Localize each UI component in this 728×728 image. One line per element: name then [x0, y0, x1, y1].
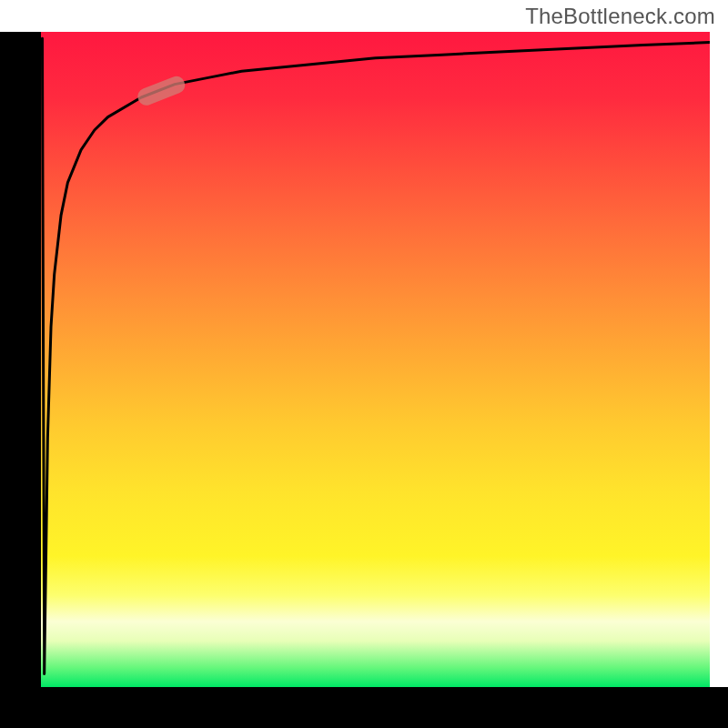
- chart-container: TheBottleneck.com: [0, 0, 728, 728]
- watermark-label: TheBottleneck.com: [525, 4, 715, 29]
- curve-overlay: [41, 32, 710, 687]
- bottleneck-curve-icon: [42, 38, 710, 673]
- svg-rect-0: [136, 74, 187, 107]
- x-axis-bar: [0, 687, 728, 728]
- y-axis-bar: [0, 32, 41, 687]
- curve-marker-icon: [136, 74, 187, 107]
